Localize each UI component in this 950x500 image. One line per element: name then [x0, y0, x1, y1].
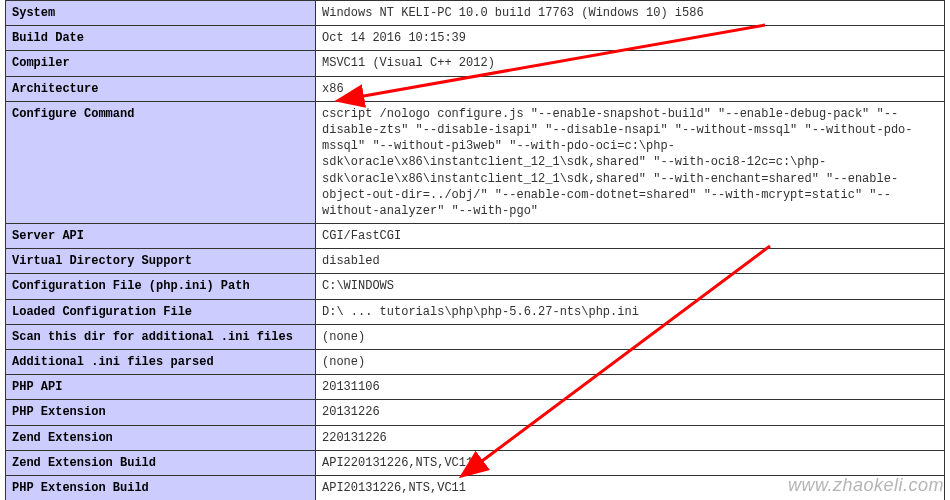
table-row: Loaded Configuration FileD:\ ... tutoria…: [6, 299, 945, 324]
table-row: Configure Commandcscript /nologo configu…: [6, 101, 945, 223]
row-label: Build Date: [6, 26, 316, 51]
row-value: API220131226,NTS,VC11: [316, 450, 945, 475]
row-value: 20131226: [316, 400, 945, 425]
row-value: API20131226,NTS,VC11: [316, 475, 945, 500]
row-value: (none): [316, 350, 945, 375]
row-label: Virtual Directory Support: [6, 249, 316, 274]
table-row: Configuration File (php.ini) PathC:\WIND…: [6, 274, 945, 299]
row-value: 220131226: [316, 425, 945, 450]
row-value: x86: [316, 76, 945, 101]
table-row: Scan this dir for additional .ini files(…: [6, 324, 945, 349]
row-label: Compiler: [6, 51, 316, 76]
table-row: Zend Extension BuildAPI220131226,NTS,VC1…: [6, 450, 945, 475]
row-label: System: [6, 1, 316, 26]
table-row: Build DateOct 14 2016 10:15:39: [6, 26, 945, 51]
row-label: Zend Extension: [6, 425, 316, 450]
row-label: Architecture: [6, 76, 316, 101]
row-value: C:\WINDOWS: [316, 274, 945, 299]
row-label: Server API: [6, 224, 316, 249]
table-row: PHP Extension BuildAPI20131226,NTS,VC11: [6, 475, 945, 500]
phpinfo-table: SystemWindows NT KELI-PC 10.0 build 1776…: [5, 0, 945, 500]
table-row: Architecturex86: [6, 76, 945, 101]
row-value: disabled: [316, 249, 945, 274]
table-row: PHP API20131106: [6, 375, 945, 400]
row-value: CGI/FastCGI: [316, 224, 945, 249]
table-row: Additional .ini files parsed(none): [6, 350, 945, 375]
row-label: Configure Command: [6, 101, 316, 223]
row-label: PHP API: [6, 375, 316, 400]
row-label: Additional .ini files parsed: [6, 350, 316, 375]
row-label: Configuration File (php.ini) Path: [6, 274, 316, 299]
table-row: Virtual Directory Supportdisabled: [6, 249, 945, 274]
row-value: cscript /nologo configure.js "--enable-s…: [316, 101, 945, 223]
table-row: SystemWindows NT KELI-PC 10.0 build 1776…: [6, 1, 945, 26]
row-label: PHP Extension Build: [6, 475, 316, 500]
row-label: Loaded Configuration File: [6, 299, 316, 324]
table-row: CompilerMSVC11 (Visual C++ 2012): [6, 51, 945, 76]
row-label: Zend Extension Build: [6, 450, 316, 475]
row-value: Oct 14 2016 10:15:39: [316, 26, 945, 51]
row-value: Windows NT KELI-PC 10.0 build 17763 (Win…: [316, 1, 945, 26]
row-label: PHP Extension: [6, 400, 316, 425]
table-row: Server APICGI/FastCGI: [6, 224, 945, 249]
row-value: (none): [316, 324, 945, 349]
table-row: Zend Extension220131226: [6, 425, 945, 450]
row-value: 20131106: [316, 375, 945, 400]
row-value: MSVC11 (Visual C++ 2012): [316, 51, 945, 76]
phpinfo-tbody: SystemWindows NT KELI-PC 10.0 build 1776…: [6, 1, 945, 501]
row-value: D:\ ... tutorials\php\php-5.6.27-nts\php…: [316, 299, 945, 324]
table-row: PHP Extension20131226: [6, 400, 945, 425]
row-label: Scan this dir for additional .ini files: [6, 324, 316, 349]
